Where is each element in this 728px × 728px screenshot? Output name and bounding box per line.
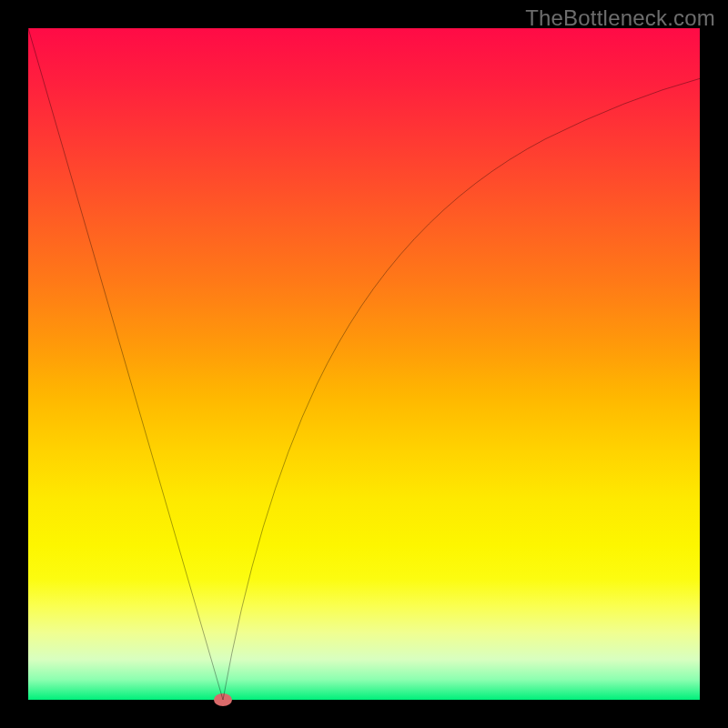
plot-area (28, 28, 700, 700)
watermark-text: TheBottleneck.com (525, 5, 715, 31)
chart-frame: TheBottleneck.com (0, 0, 728, 728)
bottleneck-curve (28, 28, 700, 700)
curve-right-branch (223, 78, 700, 700)
curve-left-branch (28, 28, 223, 700)
